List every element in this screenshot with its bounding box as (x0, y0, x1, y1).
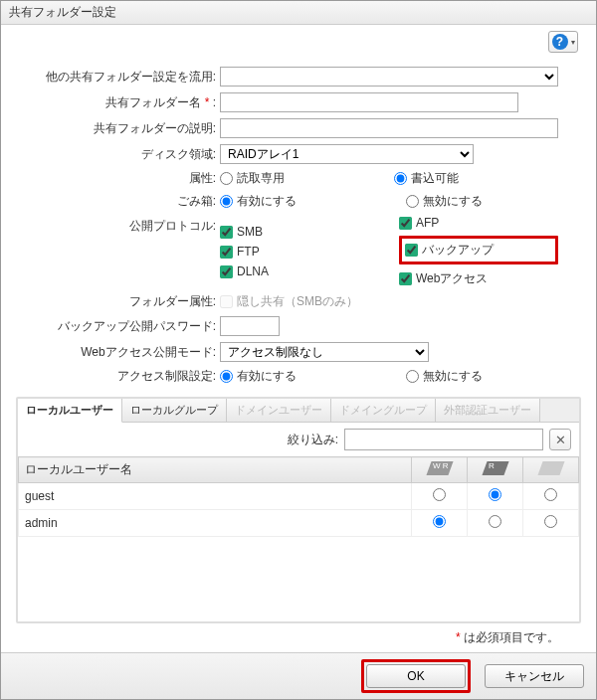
access-off-radio[interactable]: 無効にする (406, 368, 483, 385)
ok-highlight: OK (361, 659, 471, 693)
perm-wr-radio[interactable] (433, 515, 446, 528)
label-web-mode: Webアクセス公開モード: (16, 344, 220, 361)
filter-clear-button[interactable]: ✕ (549, 429, 571, 450)
name-input[interactable] (220, 92, 518, 112)
attr-readwrite-radio[interactable]: 書込可能 (394, 170, 459, 187)
tab-strip: ローカルユーザー ローカルグループ ドメインユーザー ドメイングループ 外部認証… (18, 399, 579, 423)
perm-none-radio[interactable] (544, 515, 557, 528)
volume-select[interactable]: RAIDアレイ1 (220, 144, 474, 164)
dialog-body: ? ▾ 他の共有フォルダー設定を流用: 共有フォルダー名 * : (1, 25, 596, 652)
proto-smb-checkbox[interactable]: SMB (220, 225, 379, 239)
tab-local-users[interactable]: ローカルユーザー (18, 399, 122, 423)
label-volume: ディスク領域: (16, 146, 220, 163)
label-proto: 公開プロトコル: (16, 216, 220, 235)
label-desc: 共有フォルダーの説明: (16, 120, 220, 137)
cell-username: admin (19, 510, 412, 537)
ok-button[interactable]: OK (366, 664, 466, 688)
perm-r-radio[interactable] (489, 515, 501, 528)
cell-username: guest (19, 483, 412, 510)
hidden-share-checkbox: 隠し共有（SMBのみ） (220, 293, 358, 310)
proto-afp-checkbox[interactable]: AFP (399, 216, 558, 230)
web-mode-select[interactable]: アクセス制限なし (220, 342, 429, 362)
trash-off-radio[interactable]: 無効にする (406, 193, 483, 210)
proto-backup-highlight: バックアップ (399, 236, 558, 264)
filter-input[interactable] (344, 429, 543, 450)
trash-on-radio[interactable]: 有効にする (220, 193, 297, 210)
close-icon: ✕ (555, 433, 566, 447)
button-bar: OK キャンセル (1, 652, 596, 699)
col-username[interactable]: ローカルユーザー名 (19, 457, 412, 483)
users-panel: ローカルユーザー ローカルグループ ドメインユーザー ドメイングループ 外部認証… (16, 397, 581, 623)
perm-r-radio[interactable] (489, 488, 501, 501)
col-perm-none[interactable] (523, 457, 579, 483)
tab-domain-groups: ドメイングループ (331, 399, 436, 422)
tab-domain-users: ドメインユーザー (227, 399, 331, 422)
attr-readonly-radio[interactable]: 読取専用 (220, 170, 285, 187)
filter-label: 絞り込み: (288, 432, 338, 448)
label-attr: 属性: (16, 170, 220, 187)
tab-local-groups[interactable]: ローカルグループ (122, 399, 227, 422)
tab-ext-users: 外部認証ユーザー (436, 399, 540, 422)
dialog-title: 共有フォルダー設定 (1, 1, 596, 25)
reuse-select[interactable] (220, 67, 558, 87)
help-button[interactable]: ? ▾ (548, 31, 578, 53)
form-area: 他の共有フォルダー設定を流用: 共有フォルダー名 * : 共有フォルダーの説明: (16, 67, 581, 652)
backup-password-input[interactable] (220, 316, 280, 336)
proto-dlna-checkbox[interactable]: DLNA (220, 264, 379, 278)
proto-ftp-checkbox[interactable]: FTP (220, 245, 379, 259)
proto-webaccess-checkbox[interactable]: Webアクセス (399, 270, 558, 287)
table-row: guest (19, 483, 579, 510)
label-access: アクセス制限設定: (16, 368, 220, 385)
col-perm-wr[interactable]: W R (412, 457, 468, 483)
col-perm-r[interactable]: R (468, 457, 523, 483)
label-trash: ごみ箱: (16, 193, 220, 210)
access-on-radio[interactable]: 有効にする (220, 368, 297, 385)
proto-backup-checkbox[interactable]: バックアップ (405, 242, 549, 259)
label-name: 共有フォルダー名 * : (16, 94, 220, 111)
perm-none-radio[interactable] (544, 488, 557, 501)
label-reuse: 他の共有フォルダー設定を流用: (16, 69, 220, 86)
user-table: ローカルユーザー名 W R R guest (18, 456, 579, 537)
perm-wr-radio[interactable] (433, 488, 446, 501)
cancel-button[interactable]: キャンセル (485, 664, 584, 688)
label-folder-attr: フォルダー属性: (16, 293, 220, 310)
table-row: admin (19, 510, 579, 537)
label-backup-pw: バックアップ公開パスワード: (16, 318, 220, 335)
chevron-down-icon: ▾ (571, 38, 575, 47)
required-note: * は必須項目です。 (16, 623, 581, 652)
desc-input[interactable] (220, 118, 558, 138)
shared-folder-dialog: 共有フォルダー設定 ? ▾ 他の共有フォルダー設定を流用: 共有フォルダー名 *… (0, 0, 597, 700)
help-icon: ? (552, 34, 568, 50)
